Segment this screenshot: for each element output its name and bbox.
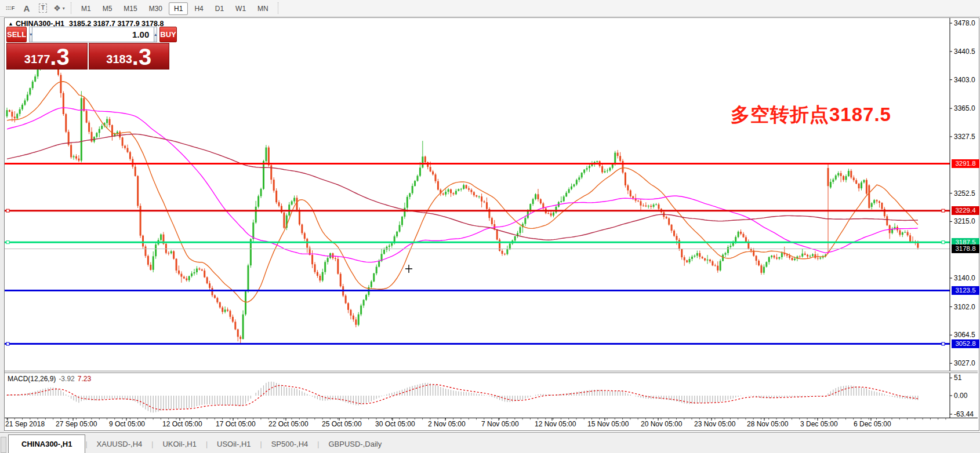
macd-indicator-label: MACD(12,26,9)-3.927.23 xyxy=(8,375,91,383)
macd-name: MACD(12,26,9) xyxy=(8,375,56,383)
tab-usoilh1[interactable]: USOil-,H1 xyxy=(208,436,260,453)
time-label: 20 Nov 05:00 xyxy=(641,420,682,428)
chart-canvas[interactable] xyxy=(5,18,978,429)
dropdown-arrow-icon: ▾ xyxy=(63,6,65,11)
sell-price-frac: .3 xyxy=(50,46,69,68)
price-badge-3178.8: 3178.8 xyxy=(952,244,979,253)
time-label: 23 Nov 05:00 xyxy=(694,420,735,428)
buy-button[interactable]: BUY xyxy=(159,27,176,42)
time-label: 21 Sep 2018 xyxy=(5,420,45,428)
price-tick-label: 3403.0 xyxy=(954,76,980,84)
top-toolbar: ⋯⋯F A T ❖▾ M1M5M15M30H1H4D1W1MN xyxy=(0,0,980,17)
timeframe-M30[interactable]: M30 xyxy=(144,2,168,15)
sell-price-int: 3177 xyxy=(24,50,50,68)
macd-main-value: -3.92 xyxy=(59,375,74,383)
time-label: 27 Sep 05:00 xyxy=(56,420,97,428)
chart-text-annotation: 多空转折点3187.5 xyxy=(731,102,891,128)
tab-sp500h4[interactable]: SP500-,H4 xyxy=(262,436,318,453)
mt4-application: ⋯⋯F A T ❖▾ M1M5M15M30H1H4D1W1MN ▲CHINA30… xyxy=(0,0,980,453)
tab-ukoilh1[interactable]: UKOil-,H1 xyxy=(153,436,206,453)
price-tick-label: 3064.5 xyxy=(954,331,980,339)
tab-china300h1[interactable]: CHINA300-,H1 xyxy=(8,434,85,453)
timeframe-H4[interactable]: H4 xyxy=(189,2,208,15)
label-t-icon[interactable]: T xyxy=(36,2,50,14)
sell-price-display[interactable]: 3177.3 xyxy=(6,43,88,70)
time-label: 22 Oct 05:00 xyxy=(268,420,308,428)
chart-window: ▲CHINA300-,H13185.2 3187.7 3177.9 3178.8… xyxy=(4,17,979,431)
timeframe-buttons: M1M5M15M30H1H4D1W1MN xyxy=(75,3,274,13)
volume-input[interactable] xyxy=(32,27,154,42)
chart-tab-bar: CHINA300-,H1|XAUUSD-,H4|UKOil-,H1|USOil-… xyxy=(0,432,980,453)
tab-gbpusddaily[interactable]: GBPUSD-,Daily xyxy=(319,436,391,453)
shapes-icon[interactable]: ❖▾ xyxy=(52,2,66,14)
time-label: 15 Nov 05:00 xyxy=(587,420,629,428)
time-label: 30 Oct 05:00 xyxy=(375,420,415,428)
time-label: 12 Oct 05:00 xyxy=(162,420,202,428)
timeframe-M15[interactable]: M15 xyxy=(118,2,142,15)
tab-xauusdh4[interactable]: XAUUSD-,H4 xyxy=(88,436,152,453)
time-label: 25 Oct 05:00 xyxy=(322,420,362,428)
timeframe-H1[interactable]: H1 xyxy=(169,2,188,15)
buy-price-int: 3183 xyxy=(106,50,132,68)
timeframe-M1[interactable]: M1 xyxy=(76,2,96,15)
macd-tick-label: 0.00 xyxy=(954,392,980,400)
macd-tick-label: 51 xyxy=(954,374,980,382)
price-tick-label: 3140.0 xyxy=(954,274,980,282)
price-tick-label: 3365.0 xyxy=(954,104,980,112)
price-tick-label: 3327.5 xyxy=(954,133,980,141)
price-tick-label: 3215.0 xyxy=(954,217,980,225)
time-label: 28 Nov 05:00 xyxy=(747,420,788,428)
text-a-icon[interactable]: A xyxy=(20,2,34,14)
price-badge-3229.4: 3229.4 xyxy=(952,206,979,215)
volume-increase-button[interactable]: ▴ xyxy=(154,27,157,42)
one-click-trading-panel: SELL ▾ ▴ BUY 3177.3 3183.3 xyxy=(6,27,169,70)
price-tick-label: 3478.0 xyxy=(954,19,980,27)
buy-price-frac: .3 xyxy=(132,46,151,68)
time-label: 17 Oct 05:00 xyxy=(216,420,256,428)
price-tick-label: 3440.5 xyxy=(954,48,980,56)
price-badge-3123.5: 3123.5 xyxy=(952,286,979,295)
sell-button[interactable]: SELL xyxy=(6,27,27,42)
timeframe-M5[interactable]: M5 xyxy=(97,2,118,15)
collapse-icon[interactable]: ▲ xyxy=(8,21,13,27)
time-label: 7 Nov 05:00 xyxy=(481,420,519,428)
price-tick-label: 3252.5 xyxy=(954,189,980,198)
price-badge-3052.8: 3052.8 xyxy=(952,339,979,348)
time-label: 3 Dec 05:00 xyxy=(800,420,838,428)
macd-signal-value: 7.23 xyxy=(78,375,91,383)
buy-price-display[interactable]: 3183.3 xyxy=(89,43,170,70)
fibo-grid-icon[interactable]: ⋯⋯F xyxy=(3,2,17,14)
timeframe-W1[interactable]: W1 xyxy=(230,2,251,15)
toolbar-separator xyxy=(71,2,72,14)
window-left-edge xyxy=(0,17,4,453)
time-label: 6 Dec 05:00 xyxy=(854,420,891,428)
tab-scroll-grip[interactable] xyxy=(1,437,6,453)
price-tick-label: 3102.0 xyxy=(954,303,980,311)
time-label: 2 Nov 05:00 xyxy=(428,420,466,428)
timeframe-MN[interactable]: MN xyxy=(252,2,274,15)
time-label: 9 Oct 05:00 xyxy=(109,420,145,428)
chart-tabs: CHINA300-,H1|XAUUSD-,H4|UKOil-,H1|USOil-… xyxy=(8,434,391,453)
time-label: 12 Nov 05:00 xyxy=(535,420,576,428)
macd-tick-label: -63.44 xyxy=(954,410,980,418)
toolbar-separator xyxy=(278,2,279,14)
price-badge-3291.8: 3291.8 xyxy=(952,159,979,168)
timeframe-D1[interactable]: D1 xyxy=(210,2,229,15)
price-tick-label: 3027.0 xyxy=(954,359,980,367)
